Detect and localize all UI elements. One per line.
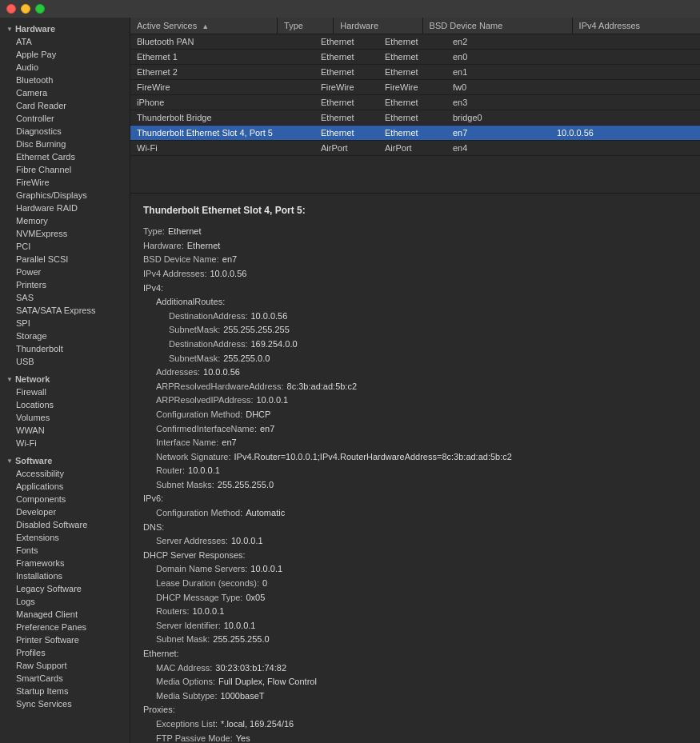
table-row[interactable]: iPhoneEthernetEtherneten3	[130, 95, 700, 110]
sidebar-item-graphics/displays[interactable]: Graphics/Displays	[0, 189, 130, 202]
sidebar-item-volumes[interactable]: Volumes	[0, 411, 130, 424]
sidebar-item-managed-client[interactable]: Managed Client	[0, 608, 130, 621]
sidebar-item-fibre-channel[interactable]: Fibre Channel	[0, 163, 130, 176]
dhcp-msg-value: 0x05	[246, 591, 265, 605]
sidebar-item-startup-items[interactable]: Startup Items	[0, 685, 130, 697]
sidebar-item-power[interactable]: Power	[0, 266, 130, 278]
sidebar-item-preference-panes[interactable]: Preference Panes	[0, 621, 130, 633]
arp-hw-label: ARPResolvedHardwareAddress:	[156, 380, 284, 394]
table-scroll[interactable]: Bluetooth PANEthernetEtherneten2Ethernet…	[130, 34, 700, 193]
proxies-section: Proxies:	[143, 703, 687, 717]
sidebar-item-controller[interactable]: Controller	[0, 112, 130, 125]
sidebar-item-bluetooth[interactable]: Bluetooth	[0, 74, 130, 86]
router-label: Router:	[156, 464, 185, 478]
bsd-row: BSD Device Name: en7	[143, 253, 687, 267]
sidebar-item-usb[interactable]: USB	[0, 355, 130, 368]
sidebar-item-disabled-software[interactable]: Disabled Software	[0, 518, 130, 531]
sidebar-item-diagnostics[interactable]: Diagnostics	[0, 125, 130, 138]
sidebar-item-nvmexpress[interactable]: NVMExpress	[0, 227, 130, 240]
sidebar-item-sync-services[interactable]: Sync Services	[0, 697, 130, 710]
cell-name: Ethernet 2	[130, 65, 314, 80]
network-group[interactable]: ▼ Network	[0, 371, 130, 385]
sidebar-item-sas[interactable]: SAS	[0, 291, 130, 304]
col-ipv4[interactable]: IPv4 Addresses	[572, 18, 700, 34]
sidebar-item-fonts[interactable]: Fonts	[0, 544, 130, 557]
media-subtype-value: 1000baseT	[220, 689, 264, 704]
dns-section: DNS:	[143, 521, 687, 535]
sidebar-item-extensions[interactable]: Extensions	[0, 531, 130, 544]
close-button[interactable]	[6, 4, 16, 14]
cell-bsd: fw0	[446, 80, 550, 95]
cell-bsd: en7	[446, 126, 550, 141]
sidebar-item-wwan[interactable]: WWAN	[0, 424, 130, 437]
maximize-button[interactable]	[35, 4, 45, 14]
col-bsd[interactable]: BSD Device Name	[422, 18, 572, 34]
sidebar-item-parallel-scsi[interactable]: Parallel SCSI	[0, 253, 130, 266]
table-area: Active Services ▲ Type Hardware BSD Devi…	[130, 18, 700, 194]
sidebar-item-installations[interactable]: Installations	[0, 569, 130, 582]
sidebar-item-disc-burning[interactable]: Disc Burning	[0, 138, 130, 150]
sidebar-item-card-reader[interactable]: Card Reader	[0, 99, 130, 112]
routers-value: 10.0.0.1	[193, 605, 225, 619]
sidebar-item-memory[interactable]: Memory	[0, 214, 130, 227]
cell-type: AirPort	[314, 141, 378, 156]
sidebar-item-wi-fi[interactable]: Wi-Fi	[0, 437, 130, 449]
sidebar-item-raw-support[interactable]: Raw Support	[0, 659, 130, 672]
table-row[interactable]: Ethernet 2EthernetEtherneten1	[130, 65, 700, 80]
sidebar-item-printers[interactable]: Printers	[0, 278, 130, 291]
hardware-group[interactable]: ▼ Hardware	[0, 21, 130, 35]
table-row[interactable]: Wi-FiAirPortAirPorten4	[130, 141, 700, 156]
sidebar-item-audio[interactable]: Audio	[0, 61, 130, 74]
sidebar-item-sata/sata-express[interactable]: SATA/SATA Express	[0, 304, 130, 317]
sidebar-item-accessibility[interactable]: Accessibility	[0, 467, 130, 480]
sidebar-item-frameworks[interactable]: Frameworks	[0, 557, 130, 569]
hardware-items: ATAApple PayAudioBluetoothCameraCard Rea…	[0, 35, 130, 368]
software-label: Software	[15, 456, 52, 465]
sidebar-item-ata[interactable]: ATA	[0, 35, 130, 48]
sidebar-item-thunderbolt[interactable]: Thunderbolt	[0, 342, 130, 355]
dns-server-value: 10.0.0.1	[231, 534, 263, 549]
sidebar-item-firewall[interactable]: Firewall	[0, 385, 130, 398]
cell-type: Ethernet	[314, 50, 378, 65]
sidebar-item-storage[interactable]: Storage	[0, 330, 130, 342]
cell-ipv4	[550, 34, 700, 50]
cell-name: Wi-Fi	[130, 141, 314, 156]
sidebar-item-spi[interactable]: SPI	[0, 317, 130, 330]
interface-row: Interface Name: en7	[143, 436, 687, 450]
detail-area: Thunderbolt Ethernet Slot 4, Port 5: Typ…	[130, 194, 700, 743]
sidebar-item-apple-pay[interactable]: Apple Pay	[0, 48, 130, 61]
detail-title: Thunderbolt Ethernet Slot 4, Port 5:	[143, 203, 687, 218]
config-row: Configuration Method: DHCP	[143, 408, 687, 422]
sidebar-item-firewire[interactable]: FireWire	[0, 176, 130, 189]
sidebar-item-printer-software[interactable]: Printer Software	[0, 633, 130, 646]
interface-label: Interface Name:	[156, 436, 218, 450]
table-row[interactable]: FireWireFireWireFireWirefw0	[130, 80, 700, 95]
sidebar-item-ethernet-cards[interactable]: Ethernet Cards	[0, 150, 130, 163]
table-row[interactable]: Thunderbolt BridgeEthernetEthernetbridge…	[130, 110, 700, 126]
table-row[interactable]: Thunderbolt Ethernet Slot 4, Port 5Ether…	[130, 126, 700, 141]
sidebar-item-components[interactable]: Components	[0, 493, 130, 505]
sidebar-item-hardware-raid[interactable]: Hardware RAID	[0, 202, 130, 214]
sidebar-item-smartcards[interactable]: SmartCards	[0, 672, 130, 685]
table-row[interactable]: Ethernet 1EthernetEtherneten0	[130, 50, 700, 65]
cell-hardware: Ethernet	[378, 34, 446, 50]
col-type[interactable]: Type	[278, 18, 334, 34]
sidebar-item-developer[interactable]: Developer	[0, 505, 130, 518]
router-row: Router: 10.0.0.1	[143, 464, 687, 478]
col-hardware[interactable]: Hardware	[334, 18, 422, 34]
minimize-button[interactable]	[21, 4, 30, 14]
arp-ip-value: 10.0.0.1	[256, 393, 288, 408]
sidebar-item-applications[interactable]: Applications	[0, 480, 130, 493]
table-row[interactable]: Bluetooth PANEthernetEtherneten2	[130, 34, 700, 50]
subnetmasks-label: Subnet Masks:	[156, 478, 214, 493]
software-group[interactable]: ▼ Software	[0, 453, 130, 467]
sidebar-item-pci[interactable]: PCI	[0, 240, 130, 253]
sidebar-item-profiles[interactable]: Profiles	[0, 646, 130, 659]
sidebar-item-camera[interactable]: Camera	[0, 86, 130, 99]
confirmed-row: ConfirmedInterfaceName: en7	[143, 422, 687, 437]
col-active-services[interactable]: Active Services ▲	[130, 18, 278, 34]
cell-bsd: en2	[446, 34, 550, 50]
sidebar-item-legacy-software[interactable]: Legacy Software	[0, 582, 130, 595]
sidebar-item-logs[interactable]: Logs	[0, 595, 130, 608]
sidebar-item-locations[interactable]: Locations	[0, 398, 130, 411]
